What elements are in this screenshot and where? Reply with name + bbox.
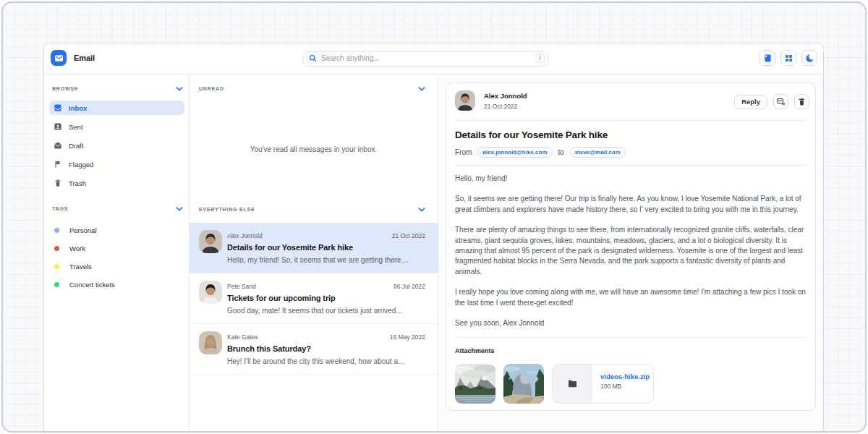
divider [455,337,807,338]
email-subject-title: Details for our Yosemite Park hike [455,129,807,140]
folder-label: Inbox [69,104,87,112]
app-brand: Email [51,50,95,66]
unread-section-header[interactable]: Unread [199,86,425,91]
tag-color-dot [54,246,59,251]
tags-section-header[interactable]: Tags [52,206,183,211]
email-detail-card: Alex Jonnold 21 Oct 2022 Reply Details f… [446,82,816,411]
email-list-pane: Unread You've read all messages in your … [190,75,438,433]
draft-icon [54,141,62,150]
half-dome-photo-thumbnail [503,364,544,404]
browse-section-header[interactable]: Browse [52,86,183,91]
sidebar-tag-item[interactable]: Travels [49,260,184,273]
to-label: to [558,148,564,156]
page-background: Email / Browse [1,1,867,433]
sender-name: Kate Gates [227,334,258,341]
search-icon [308,54,318,63]
email-date: 16 May 2022 [390,334,425,341]
folder-label: Flagged [69,161,93,169]
sidebar-folder-item[interactable]: Flagged [49,157,184,171]
avatar [199,281,222,304]
sidebar-tag-item[interactable]: Personal [49,224,184,237]
chevron-down-icon [176,207,183,211]
sent-icon [54,122,62,131]
folder-label: Draft [69,142,84,150]
email-subject: Details for our Yosemite Park hike [227,243,425,252]
tag-label: Concert tickets [69,281,115,289]
email-snippet: Good day, mate! It seems that our ticket… [227,307,425,315]
apps-icon [784,54,793,63]
attachments-row: videos-hike.zip 100 MB [455,364,807,404]
tag-label: Travels [69,263,92,271]
email-subject: Brunch this Saturday? [227,344,425,353]
search-box: / [303,51,548,66]
half-dome-photo[interactable] [503,364,544,404]
from-to-row: From alex.jonnold@hike.com to steve@mail… [455,147,807,158]
chevron-down-icon [418,208,425,212]
delete-email-button[interactable] [794,94,809,109]
header-actions [760,50,817,66]
body-paragraph: Hello, my friend! [455,174,807,184]
from-address-chip[interactable]: alex.jonnold@hike.com [477,147,552,158]
screenshot: Email / Browse [0,0,868,434]
unread-label: Unread [199,86,224,91]
email-list-item[interactable]: Alex Jonnold 21 Oct 2022 Details for our… [190,223,438,273]
search-input[interactable] [303,51,548,67]
sidebar-folder-item[interactable]: Draft [49,138,184,153]
email-list-item[interactable]: Kate Gates 16 May 2022 Brunch this Satur… [190,324,438,375]
folder-list: Inbox Sent Draft Flagged [49,101,184,190]
detail-email-date: 21 Oct 2022 [484,103,527,110]
sidebar-tag-item[interactable]: Concert tickets [49,278,184,291]
tag-list: Personal Work Travels Concert tickets [49,224,184,291]
sidebar-tag-item[interactable]: Work [49,242,184,255]
flag-icon [54,160,62,169]
mail-forward-icon [776,97,786,106]
book-icon [763,54,773,63]
reply-button[interactable]: Reply [734,95,767,109]
chevron-down-icon [176,87,183,91]
sender-name: Pete Sand [227,284,256,290]
forward-email-button[interactable] [773,94,788,109]
email-snippet: Hey! I'll be around the city this weeken… [227,357,425,365]
trash-icon [54,179,62,187]
body-paragraph: So, it seems we are getting there! Our t… [455,194,807,215]
avatar [199,331,222,354]
everything-else-label: Everything else [199,207,255,212]
dark-mode-toggle[interactable] [801,50,817,66]
app-header: Email / [44,43,823,75]
apps-button[interactable] [780,50,796,66]
library-button[interactable] [760,50,775,66]
chevron-down-icon [418,87,425,91]
app-columns: Browse Inbox Sent [44,75,823,433]
yosemite-valley-photo[interactable] [455,364,495,404]
file-attachment-card[interactable]: videos-hike.zip 100 MB [552,364,654,404]
sidebar-folder-item[interactable]: Trash [49,176,184,190]
tag-label: Personal [69,226,97,234]
moon-icon [805,54,814,63]
everything-else-section-header[interactable]: Everything else [199,207,425,212]
sender-name: Alex Jonnold [227,233,263,239]
email-date: 06 Jul 2022 [393,284,425,290]
app-title: Email [74,54,95,62]
sidebar-folder-item[interactable]: Inbox [49,101,184,115]
divider [455,120,807,121]
folder-label: Sent [69,123,83,131]
sidebar-folder-item[interactable]: Sent [49,119,184,134]
tag-color-dot [54,282,59,287]
email-list: Alex Jonnold 21 Oct 2022 Details for our… [190,223,438,375]
browse-label: Browse [52,86,78,91]
email-date: 21 Oct 2022 [392,233,425,239]
email-detail-pane: Alex Jonnold 21 Oct 2022 Reply Details f… [438,75,823,433]
unread-empty-message: You've read all messages in your inbox. [190,145,438,154]
file-name: videos-hike.zip [600,373,650,380]
email-subject: Tickets for our upcoming trip [227,294,425,302]
sender-avatar [455,90,475,111]
email-list-item[interactable]: Pete Sand 06 Jul 2022 Tickets for our up… [190,273,438,324]
folder-label: Trash [69,179,86,187]
divider [455,165,807,166]
email-detail-header: Alex Jonnold 21 Oct 2022 Reply [455,83,807,111]
detail-sender-name: Alex Jonnold [484,93,527,100]
email-body: Hello, my friend!So, it seems we are get… [455,174,807,328]
to-address-chip[interactable]: steve@mail.com [570,147,626,158]
folder-icon [553,365,592,403]
email-logo-icon [51,50,67,66]
